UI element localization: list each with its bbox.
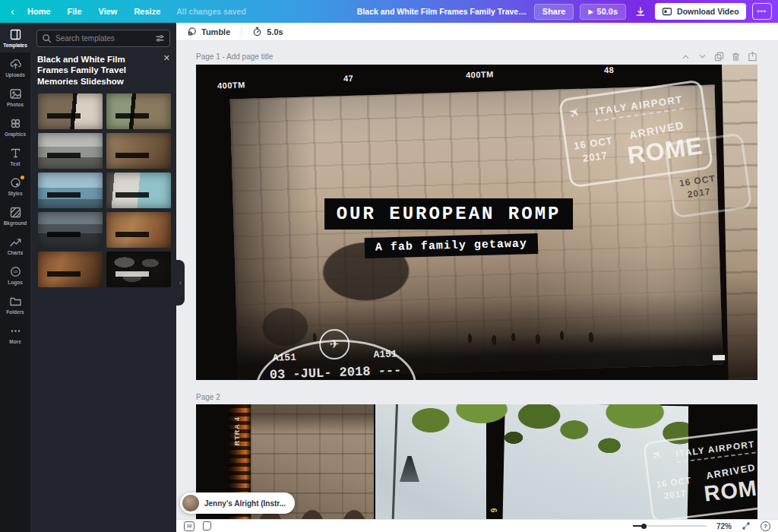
sidebar-item-background[interactable]: Bkground [0,201,30,230]
sidebar-label: Text [11,161,21,166]
add-page-icon[interactable] [748,52,757,62]
sidebar-label: Logos [8,280,23,285]
sidebar-item-folders[interactable]: Folders [0,290,30,319]
search-input[interactable] [55,34,151,43]
templates-panel: Black and White Film Frames Family Trave… [30,23,176,532]
plane-icon: ✈ [330,337,340,351]
stopwatch-icon [252,27,262,36]
zoom-slider[interactable] [633,525,707,527]
film-frame-mark: 400TM [217,80,245,90]
page1-title-field[interactable]: Page 1 - Add page title [196,52,273,61]
film-frame-mark: 47 [343,74,354,83]
more-options-button[interactable]: ••• [752,3,772,20]
side-photo-strip[interactable] [722,65,757,380]
editor-main: Tumble 5.0s Page 1 - Add page title [176,23,778,532]
top-menu: ‹ Home File View Resize All changes save… [6,5,246,17]
film-frame-mark: 400TM [466,69,494,79]
sidebar-item-text[interactable]: Text [0,141,30,171]
duplicate-page-icon[interactable] [714,52,724,62]
template-thumbnail[interactable] [106,133,171,169]
template-thumbnail[interactable] [38,252,103,287]
search-icon [42,33,52,43]
page2-title-field[interactable]: Page 2 [196,393,220,401]
sidebar-label: Templates [3,43,27,48]
audio-track-pill[interactable]: Jenny's Alright (Instr... [180,492,295,514]
sidebar-label: More [9,339,21,344]
sidebar-item-more[interactable]: More [0,319,30,349]
template-thumbnail[interactable] [106,173,171,208]
template-thumbnail[interactable] [38,93,103,129]
templates-icon [9,28,22,41]
template-thumbnail[interactable] [38,212,103,248]
svg-text:co: co [13,269,17,274]
collapse-panel-handle[interactable]: ‹ [176,260,185,306]
object-panel-nav: Templates Uploads Photos Graphics Text S… [0,23,30,532]
download-video-label: Download Video [677,7,738,16]
download-video-button[interactable]: Download Video [655,3,745,20]
sidebar-item-charts[interactable]: Charts [0,230,30,260]
sidebar-label: Photos [7,102,24,107]
preview-play-button[interactable]: ▶ 50.0s [580,4,626,20]
sidebar-item-logos[interactable]: co Logos [0,260,30,290]
slide-title-text[interactable]: OUR EUROPEAN ROMP [324,198,574,230]
menu-file[interactable]: File [59,7,90,16]
context-toolbar: Tumble 5.0s [176,23,778,41]
sidebar-label: Uploads [5,72,25,78]
page1-header: Page 1 - Add page title [196,50,757,62]
album-art [182,495,199,511]
sidebar-item-templates[interactable]: Templates [0,23,30,52]
sidebar-item-uploads[interactable]: Uploads [0,52,30,82]
delete-page-icon[interactable] [731,52,741,62]
graphics-icon [9,117,22,130]
fullscreen-icon[interactable] [742,521,751,530]
sidebar-item-styles[interactable]: Styles [0,171,30,201]
download-icon [635,6,646,17]
zoom-slider-thumb[interactable] [641,524,647,529]
arch-stamp-code: A151 [273,352,297,364]
sidebar-item-graphics[interactable]: Graphics [0,112,30,141]
transition-label: Tumble [201,27,230,36]
notes-icon[interactable] [203,521,211,530]
sidebar-item-photos[interactable]: Photos [0,82,30,112]
page1-slide[interactable]: 400TM 47 400TM 48 16 OCT 2017 ✈ ITALY AI… [196,65,757,380]
page1-actions [681,52,757,62]
download-button[interactable] [632,4,649,20]
transition-icon [187,27,197,36]
menu-home[interactable]: Home [19,7,59,16]
styles-badge [21,176,24,179]
italy-passport-stamp[interactable]: ✈ ITALY AIRPORT 16 OCT2017 ARRIVED ROME [643,426,757,519]
document-title[interactable]: Black and White Film Frames Family Trave… [357,7,528,16]
zoom-level[interactable]: 72% [716,522,732,530]
canvas-scroll-area[interactable]: Page 1 - Add page title 400TM 47 400TM 4… [176,41,778,519]
panel-header: Black and White Film Frames Family Trave… [37,54,170,87]
template-thumbnail[interactable] [106,252,171,287]
close-icon[interactable]: ✕ [163,54,170,87]
background-icon [9,206,22,219]
charts-icon [9,236,22,249]
menu-view[interactable]: View [90,7,126,16]
template-thumbnail[interactable] [106,93,171,129]
audio-track-label: Jenny's Alright (Instr... [204,499,286,508]
photos-icon [9,87,22,100]
passport-stamp-ghost: 16 OCT 2017 [664,132,753,219]
menu-resize[interactable]: Resize [125,7,169,16]
back-icon[interactable]: ‹ [11,5,14,17]
total-duration: 50.0s [597,7,618,16]
share-button[interactable]: Share [534,4,574,20]
template-thumbnail[interactable] [38,173,103,208]
arch-stamp-code: A151 [373,348,397,360]
template-thumbnail[interactable] [106,212,171,248]
page-duration-button[interactable]: 5.0s [249,27,286,36]
move-page-down-icon[interactable] [697,52,707,62]
grid-view-icon[interactable]: 10 [184,521,194,531]
transition-button[interactable]: Tumble [184,27,233,36]
zoom-controls: 72% ? [633,521,770,531]
logos-icon: co [9,265,22,278]
move-page-up-icon[interactable] [681,52,691,62]
help-icon[interactable]: ? [761,521,770,531]
page2-header: Page 2 [196,391,757,402]
filter-icon[interactable] [155,33,165,43]
sidebar-label: Graphics [5,131,26,137]
template-thumbnail[interactable] [38,133,103,169]
arrival-arch-stamp[interactable]: ✈ A151 A151 03 -JUL- 2018 --- [254,328,417,380]
